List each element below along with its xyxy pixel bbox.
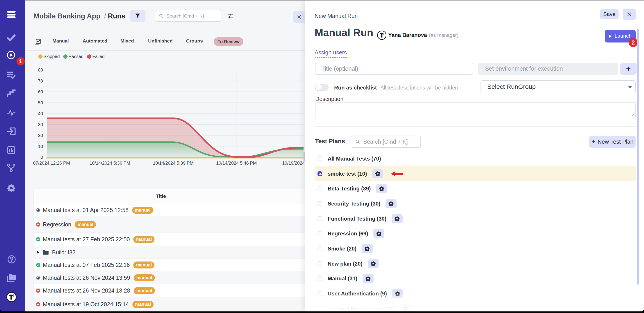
svg-text:10/14/2024 5:36 PM: 10/14/2024 5:36 PM (90, 160, 130, 165)
svg-text:40: 40 (38, 111, 43, 116)
svg-text:10/14/2024 5:46 PM: 10/14/2024 5:46 PM (216, 160, 257, 165)
svg-text:20: 20 (38, 133, 43, 138)
svg-text:10/19/2024 12:26: 10/19/2024 12:26 (282, 160, 305, 165)
svg-text:30: 30 (38, 122, 43, 127)
svg-text:70: 70 (38, 78, 43, 83)
svg-text:07/2024 12:26 PM: 07/2024 12:26 PM (33, 160, 70, 165)
svg-text:0: 0 (40, 155, 43, 160)
svg-text:60: 60 (38, 89, 43, 94)
svg-text:50: 50 (38, 100, 43, 105)
svg-text:80: 80 (38, 67, 43, 72)
svg-text:10/14/2024 5:39 PM: 10/14/2024 5:39 PM (153, 160, 194, 165)
svg-text:10: 10 (38, 144, 43, 149)
